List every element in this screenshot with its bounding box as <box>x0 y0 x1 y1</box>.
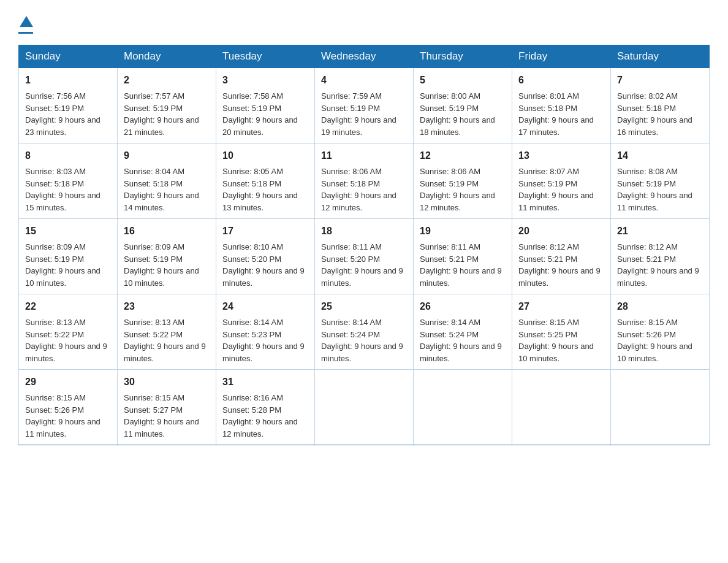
day-info: Sunrise: 8:14 AMSunset: 5:24 PMDaylight:… <box>420 318 502 363</box>
col-header-monday: Monday <box>118 45 216 68</box>
calendar-cell: 29 Sunrise: 8:15 AMSunset: 5:26 PMDaylig… <box>19 370 118 445</box>
svg-marker-0 <box>20 16 33 27</box>
day-number: 31 <box>222 375 308 389</box>
page-header <box>18 12 710 34</box>
calendar-cell: 13 Sunrise: 8:07 AMSunset: 5:19 PMDaylig… <box>512 144 611 219</box>
day-number: 4 <box>321 73 407 88</box>
day-number: 30 <box>124 375 210 389</box>
week-row-4: 22 Sunrise: 8:13 AMSunset: 5:22 PMDaylig… <box>19 294 710 370</box>
calendar-cell: 7 Sunrise: 8:02 AMSunset: 5:18 PMDayligh… <box>611 68 710 144</box>
day-info: Sunrise: 8:12 AMSunset: 5:21 PMDaylight:… <box>518 242 601 288</box>
day-info: Sunrise: 8:06 AMSunset: 5:18 PMDaylight:… <box>321 167 396 212</box>
day-number: 29 <box>25 375 111 389</box>
day-number: 24 <box>222 299 308 314</box>
calendar-cell <box>611 370 710 445</box>
day-info: Sunrise: 8:13 AMSunset: 5:22 PMDaylight:… <box>25 318 107 363</box>
calendar-cell: 12 Sunrise: 8:06 AMSunset: 5:19 PMDaylig… <box>414 144 512 219</box>
day-number: 1 <box>25 73 111 88</box>
day-info: Sunrise: 8:15 AMSunset: 5:26 PMDaylight:… <box>25 393 100 439</box>
calendar-cell: 25 Sunrise: 8:14 AMSunset: 5:24 PMDaylig… <box>315 294 414 370</box>
day-number: 17 <box>222 224 308 239</box>
day-number: 6 <box>518 73 604 88</box>
calendar-cell <box>414 370 512 445</box>
logo-triangle-icon <box>20 16 33 27</box>
day-info: Sunrise: 8:11 AMSunset: 5:20 PMDaylight:… <box>321 242 403 288</box>
day-number: 21 <box>617 224 703 239</box>
week-row-1: 1 Sunrise: 7:56 AMSunset: 5:19 PMDayligh… <box>19 68 710 144</box>
calendar-cell: 30 Sunrise: 8:15 AMSunset: 5:27 PMDaylig… <box>118 370 216 445</box>
week-row-3: 15 Sunrise: 8:09 AMSunset: 5:19 PMDaylig… <box>19 219 710 294</box>
day-info: Sunrise: 8:15 AMSunset: 5:25 PMDaylight:… <box>518 318 594 363</box>
day-info: Sunrise: 8:00 AMSunset: 5:19 PMDaylight:… <box>420 91 495 137</box>
day-info: Sunrise: 8:08 AMSunset: 5:19 PMDaylight:… <box>617 167 692 212</box>
day-number: 8 <box>25 148 111 163</box>
calendar-cell: 31 Sunrise: 8:16 AMSunset: 5:28 PMDaylig… <box>216 370 315 445</box>
calendar-cell: 22 Sunrise: 8:13 AMSunset: 5:22 PMDaylig… <box>19 294 118 370</box>
col-header-wednesday: Wednesday <box>315 45 414 68</box>
day-number: 2 <box>124 73 210 88</box>
day-info: Sunrise: 7:59 AMSunset: 5:19 PMDaylight:… <box>321 91 396 137</box>
day-info: Sunrise: 7:58 AMSunset: 5:19 PMDaylight:… <box>222 91 298 137</box>
calendar-cell: 8 Sunrise: 8:03 AMSunset: 5:18 PMDayligh… <box>19 144 118 219</box>
day-number: 12 <box>420 148 506 163</box>
day-number: 23 <box>124 299 210 314</box>
day-info: Sunrise: 8:03 AMSunset: 5:18 PMDaylight:… <box>25 167 100 212</box>
day-number: 10 <box>222 148 308 163</box>
calendar-cell: 10 Sunrise: 8:05 AMSunset: 5:18 PMDaylig… <box>216 144 315 219</box>
day-info: Sunrise: 8:15 AMSunset: 5:26 PMDaylight:… <box>617 318 692 363</box>
calendar-cell: 21 Sunrise: 8:12 AMSunset: 5:21 PMDaylig… <box>611 219 710 294</box>
calendar-cell: 9 Sunrise: 8:04 AMSunset: 5:18 PMDayligh… <box>118 144 216 219</box>
day-info: Sunrise: 7:57 AMSunset: 5:19 PMDaylight:… <box>124 91 199 137</box>
day-number: 26 <box>420 299 506 314</box>
day-number: 16 <box>124 224 210 239</box>
day-number: 22 <box>25 299 111 314</box>
col-header-tuesday: Tuesday <box>216 45 315 68</box>
day-info: Sunrise: 8:16 AMSunset: 5:28 PMDaylight:… <box>222 393 298 439</box>
day-number: 20 <box>518 224 604 239</box>
logo <box>18 12 33 34</box>
day-info: Sunrise: 8:07 AMSunset: 5:19 PMDaylight:… <box>518 167 594 212</box>
calendar-cell: 18 Sunrise: 8:11 AMSunset: 5:20 PMDaylig… <box>315 219 414 294</box>
day-number: 28 <box>617 299 703 314</box>
week-row-2: 8 Sunrise: 8:03 AMSunset: 5:18 PMDayligh… <box>19 144 710 219</box>
calendar-cell: 15 Sunrise: 8:09 AMSunset: 5:19 PMDaylig… <box>19 219 118 294</box>
col-header-thursday: Thursday <box>414 45 512 68</box>
calendar-cell: 19 Sunrise: 8:11 AMSunset: 5:21 PMDaylig… <box>414 219 512 294</box>
day-info: Sunrise: 8:04 AMSunset: 5:18 PMDaylight:… <box>124 167 199 212</box>
calendar-table: SundayMondayTuesdayWednesdayThursdayFrid… <box>18 45 710 445</box>
calendar-cell: 4 Sunrise: 7:59 AMSunset: 5:19 PMDayligh… <box>315 68 414 144</box>
calendar-cell: 2 Sunrise: 7:57 AMSunset: 5:19 PMDayligh… <box>118 68 216 144</box>
day-number: 13 <box>518 148 604 163</box>
day-info: Sunrise: 8:13 AMSunset: 5:22 PMDaylight:… <box>124 318 206 363</box>
col-header-sunday: Sunday <box>19 45 118 68</box>
calendar-cell: 16 Sunrise: 8:09 AMSunset: 5:19 PMDaylig… <box>118 219 216 294</box>
calendar-cell: 3 Sunrise: 7:58 AMSunset: 5:19 PMDayligh… <box>216 68 315 144</box>
day-info: Sunrise: 8:15 AMSunset: 5:27 PMDaylight:… <box>124 393 199 439</box>
col-header-saturday: Saturday <box>611 45 710 68</box>
day-info: Sunrise: 8:12 AMSunset: 5:21 PMDaylight:… <box>617 242 699 288</box>
calendar-cell: 20 Sunrise: 8:12 AMSunset: 5:21 PMDaylig… <box>512 219 611 294</box>
calendar-header-row: SundayMondayTuesdayWednesdayThursdayFrid… <box>19 45 710 68</box>
day-number: 5 <box>420 73 506 88</box>
day-info: Sunrise: 7:56 AMSunset: 5:19 PMDaylight:… <box>25 91 100 137</box>
day-info: Sunrise: 8:14 AMSunset: 5:23 PMDaylight:… <box>222 318 305 363</box>
day-info: Sunrise: 8:05 AMSunset: 5:18 PMDaylight:… <box>222 167 298 212</box>
calendar-cell: 14 Sunrise: 8:08 AMSunset: 5:19 PMDaylig… <box>611 144 710 219</box>
calendar-cell: 11 Sunrise: 8:06 AMSunset: 5:18 PMDaylig… <box>315 144 414 219</box>
calendar-cell <box>315 370 414 445</box>
week-row-5: 29 Sunrise: 8:15 AMSunset: 5:26 PMDaylig… <box>19 370 710 445</box>
calendar-cell: 6 Sunrise: 8:01 AMSunset: 5:18 PMDayligh… <box>512 68 611 144</box>
day-number: 15 <box>25 224 111 239</box>
day-number: 7 <box>617 73 703 88</box>
day-number: 14 <box>617 148 703 163</box>
day-info: Sunrise: 8:14 AMSunset: 5:24 PMDaylight:… <box>321 318 403 363</box>
calendar-body: 1 Sunrise: 7:56 AMSunset: 5:19 PMDayligh… <box>19 68 710 445</box>
day-number: 19 <box>420 224 506 239</box>
day-number: 9 <box>124 148 210 163</box>
calendar-cell: 24 Sunrise: 8:14 AMSunset: 5:23 PMDaylig… <box>216 294 315 370</box>
day-number: 27 <box>518 299 604 314</box>
col-header-friday: Friday <box>512 45 611 68</box>
calendar-cell: 23 Sunrise: 8:13 AMSunset: 5:22 PMDaylig… <box>118 294 216 370</box>
day-info: Sunrise: 8:11 AMSunset: 5:21 PMDaylight:… <box>420 242 502 288</box>
calendar-cell <box>512 370 611 445</box>
